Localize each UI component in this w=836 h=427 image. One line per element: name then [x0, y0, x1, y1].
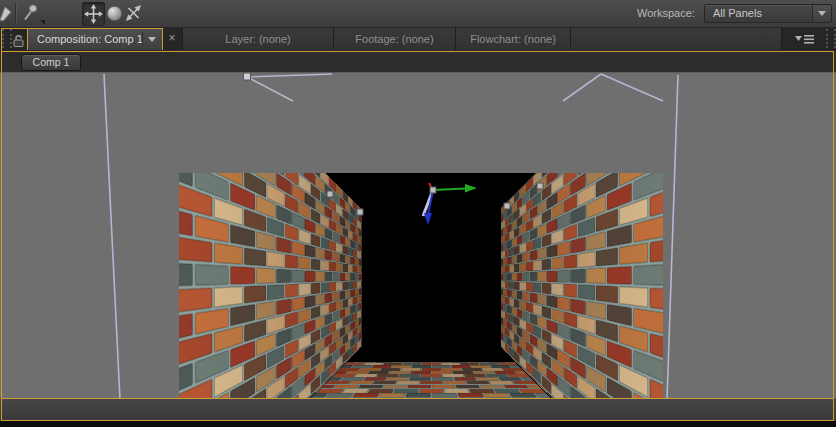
- workspace-dropdown[interactable]: All Panels: [704, 4, 832, 23]
- brick-tunnel-scene: [179, 173, 663, 427]
- tab-footage[interactable]: Footage: (none): [333, 28, 456, 50]
- tab-flowchart-label: Flowchart: (none): [470, 33, 556, 45]
- orbit-camera-tool-icon[interactable]: [106, 5, 123, 22]
- tab-empty-space: [570, 28, 782, 50]
- tunnel-ceiling: [179, 173, 663, 210]
- after-effects-window: Workspace: All Panels Composition: Comp …: [0, 0, 836, 427]
- window-bottom-edge: [0, 421, 836, 427]
- workspace-value: All Panels: [713, 5, 762, 22]
- panel-tab-bar: Composition: Comp 1 × Layer: (none) Foot…: [0, 27, 836, 51]
- track-camera-tool-icon[interactable]: [125, 4, 142, 22]
- edge-tool-partial-icon[interactable]: [0, 5, 13, 23]
- lock-icon[interactable]: [11, 33, 26, 48]
- puppet-pin-tool-icon[interactable]: [20, 2, 46, 25]
- tunnel-left-wall: [179, 173, 363, 427]
- toolbar-separator: [15, 3, 16, 23]
- workspace-label: Workspace:: [637, 7, 695, 19]
- viewer-footer-toolbar: 25% 0:00:00:00 (Quarter): [0, 398, 836, 421]
- close-icon[interactable]: ×: [166, 32, 178, 46]
- viewer-dropdown-icon[interactable]: [142, 32, 160, 47]
- layer-handle[interactable]: [244, 73, 251, 80]
- tab-layer[interactable]: Layer: (none): [182, 28, 334, 50]
- tab-layer-label: Layer: (none): [225, 33, 290, 45]
- tab-composition[interactable]: Composition: Comp 1: [27, 28, 163, 50]
- tunnel-right-wall: [499, 173, 663, 427]
- panel-grip[interactable]: [826, 29, 836, 48]
- tab-footage-label: Footage: (none): [355, 33, 433, 45]
- comp-mini-flowchart-button[interactable]: Comp 1: [21, 54, 81, 71]
- composition-viewport[interactable]: [0, 72, 836, 398]
- comp-canvas[interactable]: [179, 173, 663, 427]
- app-toolbar: Workspace: All Panels: [0, 0, 836, 28]
- comp-navigation-strip: Comp 1: [0, 51, 836, 72]
- unified-camera-tool-button[interactable]: [82, 2, 105, 26]
- tab-composition-label: Composition: Comp 1: [37, 33, 143, 45]
- panel-menu-icon[interactable]: [795, 34, 815, 45]
- chevron-down-icon[interactable]: [812, 5, 831, 22]
- unified-camera-icon: [84, 4, 103, 24]
- tab-flowchart[interactable]: Flowchart: (none): [455, 28, 571, 50]
- tunnel-back-opening: [363, 210, 499, 346]
